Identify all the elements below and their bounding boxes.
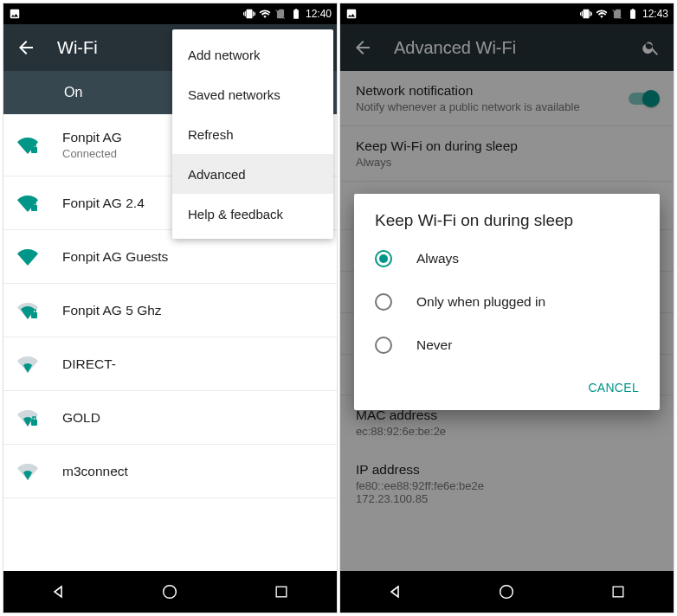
menu-item-label: Add network (188, 48, 260, 62)
overflow-menu: Add network Saved networks Refresh Advan… (172, 29, 333, 239)
battery-icon (627, 8, 639, 20)
wifi-signal-icon (17, 461, 38, 482)
nav-back-button[interactable] (384, 580, 408, 604)
wifi-signal-icon (17, 193, 38, 214)
wifi-signal-icon (17, 247, 38, 267)
wifi-signal-icon (17, 354, 38, 375)
nav-back-button[interactable] (47, 580, 71, 604)
radio-label: Only when plugged in (416, 294, 545, 310)
vibrate-icon (580, 8, 592, 20)
image-icon (9, 8, 21, 20)
wifi-network-item[interactable]: GOLD (3, 391, 337, 445)
image-icon (345, 8, 358, 20)
radio-icon (375, 337, 392, 354)
wifi-name: DIRECT- (62, 356, 116, 372)
phone-right: 12:43 Advanced Wi-Fi Network notificatio… (340, 3, 674, 613)
statusbar: 12:40 (3, 3, 337, 24)
menu-item-label: Saved networks (188, 87, 280, 102)
wifi-on-label: On (64, 85, 82, 100)
menu-item-label: Advanced (188, 167, 246, 182)
no-sim-icon (611, 8, 623, 20)
wifi-name: Fonpit AG (62, 130, 122, 145)
nav-recent-button[interactable] (606, 580, 630, 604)
phone-left: 12:40 Wi-Fi On Fonpit AG Connected (3, 3, 337, 613)
wifi-icon (259, 8, 271, 20)
back-button[interactable] (16, 37, 36, 58)
radio-icon (375, 293, 392, 311)
menu-item-label: Refresh (188, 127, 234, 142)
menu-item-add-network[interactable]: Add network (172, 35, 333, 74)
nav-recent-button[interactable] (269, 580, 293, 604)
wifi-signal-icon (17, 407, 38, 428)
wifi-name: Fonpit AG Guests (62, 249, 168, 265)
wifi-name: Fonpit AG 5 Ghz (62, 303, 162, 318)
navbar (340, 571, 674, 613)
radio-option-plugged[interactable]: Only when plugged in (354, 280, 660, 324)
radio-label: Never (416, 337, 452, 353)
wifi-signal-icon (17, 135, 38, 156)
clock: 12:43 (642, 8, 668, 20)
radio-option-always[interactable]: Always (354, 237, 660, 280)
wifi-network-item[interactable]: m3connect (3, 445, 337, 498)
svg-point-10 (500, 586, 513, 599)
menu-item-advanced[interactable]: Advanced (172, 154, 333, 194)
wifi-icon (596, 8, 608, 20)
dialog-keep-wifi-on: Keep Wi-Fi on during sleep Always Only w… (354, 194, 660, 410)
wifi-name: GOLD (62, 410, 100, 426)
wifi-name: Fonpit AG 2.4 (62, 196, 145, 211)
nav-home-button[interactable] (494, 580, 519, 604)
wifi-name: m3connect (62, 464, 128, 479)
wifi-network-item[interactable]: Fonpit AG 5 Ghz (3, 284, 337, 337)
wifi-network-item[interactable]: DIRECT- (3, 337, 337, 391)
wifi-status: Connected (62, 147, 122, 160)
clock: 12:40 (306, 8, 332, 20)
menu-item-help[interactable]: Help & feedback (172, 194, 333, 234)
navbar (3, 571, 337, 613)
vibrate-icon (243, 8, 255, 20)
menu-item-refresh[interactable]: Refresh (172, 114, 333, 154)
svg-point-8 (164, 586, 177, 599)
statusbar: 12:43 (340, 3, 674, 24)
svg-rect-9 (276, 587, 287, 597)
menu-item-label: Help & feedback (188, 207, 283, 221)
dialog-title: Keep Wi-Fi on during sleep (354, 211, 660, 237)
cancel-button[interactable]: CANCEL (577, 372, 649, 403)
menu-item-saved-networks[interactable]: Saved networks (172, 74, 333, 114)
radio-option-never[interactable]: Never (354, 324, 660, 367)
no-sim-icon (274, 8, 287, 20)
svg-rect-11 (613, 587, 623, 597)
radio-icon (375, 250, 392, 267)
wifi-signal-icon (17, 300, 38, 321)
battery-icon (290, 8, 302, 20)
radio-label: Always (416, 251, 459, 266)
nav-home-button[interactable] (158, 580, 182, 604)
